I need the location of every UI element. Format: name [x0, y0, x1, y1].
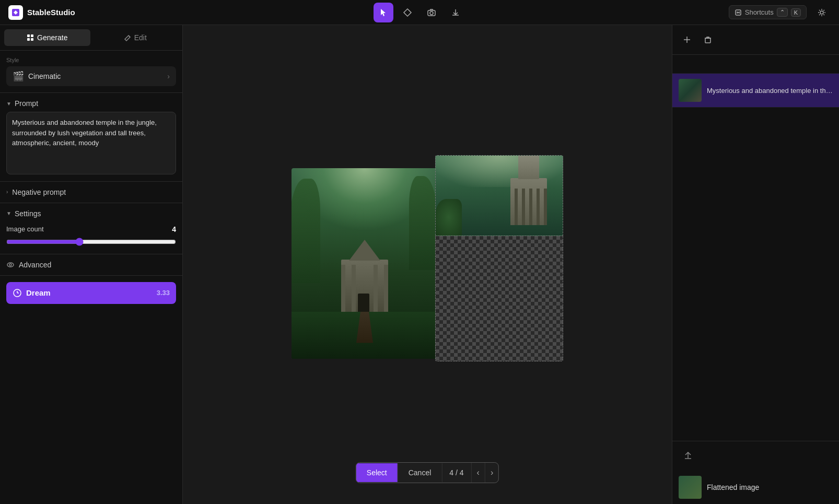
settings-section: ▼ Settings Image count 4 [0, 203, 182, 254]
erase-tool-button[interactable] [398, 3, 417, 22]
left-panel: Generate Edit Style 🎬 Cinematic › [0, 25, 183, 504]
svg-point-10 [7, 263, 14, 267]
canvas-main-image [292, 168, 438, 359]
chevron-right-icon: › [167, 72, 170, 80]
app-logo: StableStudio [8, 5, 374, 20]
shortcuts-badge: Shortcuts ⌃ K [729, 5, 807, 19]
flattened-image-item[interactable]: Flattened image [672, 471, 839, 504]
advanced-label: Advanced [19, 261, 51, 269]
layer-item-temple[interactable]: Mysterious and abandoned temple in the j… [672, 74, 839, 108]
main-layout: Generate Edit Style 🎬 Cinematic › [0, 25, 839, 504]
style-section: Style 🎬 Cinematic › [0, 51, 182, 93]
mode-tabs: Generate Edit [0, 25, 182, 51]
delete-layer-button[interactable] [700, 31, 716, 48]
style-selector[interactable]: 🎬 Cinematic › [6, 66, 176, 86]
download-button[interactable] [446, 3, 465, 22]
dream-icon [13, 288, 22, 298]
page-indicator: 4 / 4 [441, 463, 471, 482]
svg-rect-9 [31, 38, 33, 41]
prev-page-button[interactable]: ‹ [471, 463, 485, 483]
canvas-right-image [435, 155, 563, 236]
tab-generate[interactable]: Generate [4, 29, 90, 46]
select-tool-button[interactable] [374, 3, 393, 22]
tab-edit-label: Edit [134, 33, 147, 42]
settings-collapse-arrow: ▼ [6, 210, 11, 216]
image-count-value: 4 [172, 225, 176, 233]
dream-cost: 3.33 [157, 289, 170, 297]
tab-edit[interactable]: Edit [92, 29, 179, 46]
tab-generate-label: Generate [37, 33, 67, 42]
layer-item-oil-painting[interactable]: Oil painting of a enchanted forest, with… [672, 55, 839, 74]
style-section-label: Style [6, 57, 176, 63]
settings-button[interactable] [813, 4, 831, 21]
negative-prompt-label: Negative prompt [12, 188, 66, 196]
svg-point-3 [430, 11, 433, 15]
shortcut-key-1: ⌃ [777, 8, 788, 17]
topbar-right: Shortcuts ⌃ K [465, 4, 831, 21]
shortcuts-label: Shortcuts [745, 8, 774, 16]
flattened-label: Flattened image [707, 483, 759, 491]
image-count-slider[interactable] [6, 238, 176, 246]
canvas-checker-area [435, 236, 563, 361]
camera-button[interactable] [422, 3, 441, 22]
svg-point-11 [9, 264, 11, 266]
canvas-area: Select Cancel 4 / 4 ‹ › [183, 25, 672, 504]
flattened-thumb [679, 476, 702, 499]
image-count-row: Image count 4 [6, 225, 176, 233]
settings-label: Settings [15, 209, 41, 218]
dream-button[interactable]: Dream 3.33 [6, 282, 176, 304]
svg-point-5 [820, 11, 823, 14]
dream-label: Dream [26, 288, 51, 297]
next-page-button[interactable]: › [485, 463, 498, 483]
topbar-tools [374, 3, 465, 22]
add-layer-button[interactable] [679, 31, 695, 48]
style-name: Cinematic [28, 72, 61, 80]
logo-icon [8, 5, 23, 20]
prompt-collapse-arrow: ▼ [6, 101, 11, 107]
negative-prompt-arrow: › [6, 189, 8, 195]
shortcut-key-2: K [791, 8, 801, 17]
select-button[interactable]: Select [356, 463, 398, 482]
svg-rect-8 [27, 38, 30, 41]
layer-thumb-temple [679, 79, 702, 102]
image-count-label: Image count [6, 225, 44, 233]
style-emoji: 🎬 [13, 71, 24, 82]
cancel-button[interactable]: Cancel [398, 463, 442, 482]
svg-rect-15 [705, 38, 710, 43]
prompt-label: Prompt [15, 99, 38, 108]
negative-prompt-row[interactable]: › Negative prompt [0, 182, 182, 203]
settings-header[interactable]: ▼ Settings [6, 209, 176, 218]
prompt-header[interactable]: ▼ Prompt [6, 98, 176, 112]
svg-marker-1 [404, 9, 411, 16]
app-name: StableStudio [27, 8, 75, 17]
right-panel-items: Oil painting of a enchanted forest, with… [672, 55, 839, 441]
svg-rect-6 [27, 34, 30, 37]
canvas-composition [292, 155, 563, 374]
svg-rect-7 [31, 34, 33, 37]
upload-area [672, 441, 839, 471]
eye-icon [6, 261, 15, 269]
layer-label-temple: Mysterious and abandoned temple in the j… [707, 87, 833, 95]
prompt-input[interactable] [6, 112, 176, 174]
bottom-toolbar: Select Cancel 4 / 4 ‹ › [356, 462, 499, 483]
right-panel-actions [672, 25, 839, 55]
prompt-section: ▼ Prompt [0, 93, 182, 182]
right-panel: Oil painting of a enchanted forest, with… [672, 25, 839, 504]
upload-button[interactable] [679, 447, 697, 465]
topbar: StableStudio [0, 0, 839, 25]
advanced-row[interactable]: Advanced [0, 254, 182, 276]
